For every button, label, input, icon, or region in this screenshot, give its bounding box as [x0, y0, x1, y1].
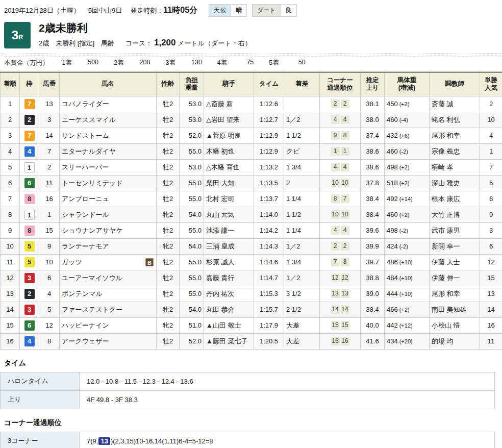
corner-position-box: 1	[341, 147, 349, 156]
prize-place: 5着	[269, 59, 279, 67]
horse-name: ファーステストクー	[60, 302, 157, 317]
finish-time: 1:20.5	[254, 333, 284, 349]
sex-age: 牡2	[157, 143, 180, 159]
finish-time: 1:12.7	[254, 112, 284, 128]
horse-name: ニーケススマイル	[60, 112, 157, 128]
horse-weight: 498(-2)	[385, 222, 430, 238]
horse-weight-diff: (+2)	[399, 212, 410, 218]
trainer: 尾形 和幸	[430, 286, 480, 302]
frame-badge: 5	[24, 241, 35, 252]
corner3-label: 3コーナー	[1, 432, 80, 448]
horse-weight-value: 484	[387, 274, 398, 282]
corner-positions: 1616	[320, 333, 361, 349]
corner-position-box: 14	[331, 305, 340, 314]
horse-name: ボンテンマル	[60, 286, 157, 302]
result-row: 447エターナルダイヤ牡255.0木幡 初也1:12.9クビ1138.6460(…	[1, 143, 502, 159]
final-time-value: 4F 49.8 - 3F 38.3	[80, 390, 495, 409]
sex-age: 牝2	[157, 207, 180, 222]
horse-name: スリーハーバー	[60, 159, 157, 175]
corner-positions: 98	[320, 128, 361, 143]
horse-number: 16	[39, 191, 60, 207]
horse-name-text: シャランドール	[62, 211, 109, 218]
horse-number: 11	[39, 175, 60, 191]
carried-weight: 52.0	[180, 333, 204, 349]
weather-value: 晴	[231, 5, 246, 16]
win-popularity: 9	[480, 207, 502, 222]
corner-positions: 44	[320, 112, 361, 128]
corner-position-box: 10	[331, 179, 340, 187]
corner-position-box: 12	[341, 273, 349, 282]
carried-weight: 54.0	[180, 302, 204, 317]
margin: クビ	[284, 143, 320, 159]
results-table-body: 1713コパノライダー牡253.0△斎藤 新1:12.62238.1450(+2…	[1, 96, 502, 349]
frame-cell: 3	[20, 302, 39, 317]
margin: 1 1/2	[284, 207, 320, 222]
finish-time: 1:15.7	[254, 302, 284, 317]
jockey: 池添 謙一	[204, 222, 254, 238]
col-carried-weight: 負担 重量	[180, 72, 204, 96]
sex-age: 牡2	[157, 96, 180, 112]
horse-number: 6	[39, 270, 60, 286]
horse-weight: 450(+2)	[385, 96, 430, 112]
result-row: 223ニーケススマイル牡253.0△岩田 望来1:12.71／24438.046…	[1, 112, 502, 128]
finish-position: 7	[1, 191, 20, 207]
corner3-order-pre: 7(9,	[87, 437, 98, 445]
jockey: ▲菅原 明良	[204, 128, 254, 143]
margin: 1 1/2	[284, 128, 320, 143]
horse-name-text: アークウェザー	[62, 337, 109, 345]
sex-age: 牡2	[157, 270, 180, 286]
horse-weight-value: 444	[387, 290, 398, 297]
time-section-heading: タイム	[4, 359, 502, 368]
col-finish-position: 着順	[1, 72, 20, 96]
horse-number: 1	[39, 207, 60, 222]
horse-name: コパノライダー	[60, 96, 157, 112]
corner-positions: 1212	[320, 270, 361, 286]
frame-badge: 8	[24, 226, 35, 236]
horse-name: ユーアーマイソウル	[60, 270, 157, 286]
finish-time: 1:12.9	[254, 128, 284, 143]
win-popularity: 15	[480, 270, 502, 286]
track-condition-value: 良	[281, 5, 296, 16]
corner-position-box: 10	[341, 179, 349, 187]
horse-number: 15	[39, 222, 60, 238]
horse-number: 7	[39, 143, 60, 159]
horse-weight-value: 518	[387, 179, 398, 187]
trainer: 柄崎 孝	[430, 159, 480, 175]
corner-position-box: 4	[341, 163, 349, 171]
frame-cell: 4	[20, 143, 39, 159]
final-time-row: 上り 4F 49.8 - 3F 38.3	[1, 390, 495, 409]
corner-positions: 87	[320, 191, 361, 207]
horse-weight: 486(+10)	[385, 254, 430, 270]
corner-position-box: 4	[331, 226, 340, 235]
col-trainer: 調教師	[430, 72, 480, 96]
corner3-row: 3コーナー 7(9,13)(2,3,15)10-16,14(1,11)6-4=5…	[1, 432, 495, 448]
weather-label: 天候	[209, 5, 231, 16]
race-result-page: 2019年12月28日（土曜） 5回中山9日 発走時刻： 11時05分 天候 晴…	[0, 0, 502, 448]
prize-item: 4着 75	[217, 59, 269, 67]
frame-badge: 6	[24, 320, 35, 331]
finish-position: 11	[1, 254, 20, 270]
horse-weight-diff: (+2)	[399, 101, 410, 107]
horse-name-text: エターナルダイヤ	[62, 147, 116, 155]
carried-weight: 51.0	[180, 317, 204, 333]
finish-position: 6	[1, 175, 20, 191]
last-3f: 38.4	[361, 191, 385, 207]
frame-cell: 7	[20, 128, 39, 143]
corner-position-box: 4	[341, 226, 349, 235]
horse-weight-value: 424	[387, 242, 398, 250]
time-table: ハロンタイム 12.0 - 10.8 - 11.5 - 12.3 - 12.4 …	[0, 372, 495, 409]
furlong-time-label: ハロンタイム	[1, 372, 80, 390]
frame-cell: 3	[20, 270, 39, 286]
finish-position: 9	[1, 222, 20, 238]
jockey: △岩田 望来	[204, 112, 254, 128]
last-3f: 39.0	[361, 286, 385, 302]
horse-weight: 484(+10)	[385, 270, 430, 286]
finish-time: 1:14.7	[254, 270, 284, 286]
last-3f: 38.1	[361, 96, 385, 112]
finish-position: 15	[1, 317, 20, 333]
race-condition-text: 2歳 未勝利 [指定] 馬齢	[39, 39, 114, 47]
horse-weight: 492(+14)	[385, 191, 430, 207]
margin: 大差	[284, 333, 320, 349]
sex-age: 牝2	[157, 317, 180, 333]
finish-time: 1:14.2	[254, 222, 284, 238]
